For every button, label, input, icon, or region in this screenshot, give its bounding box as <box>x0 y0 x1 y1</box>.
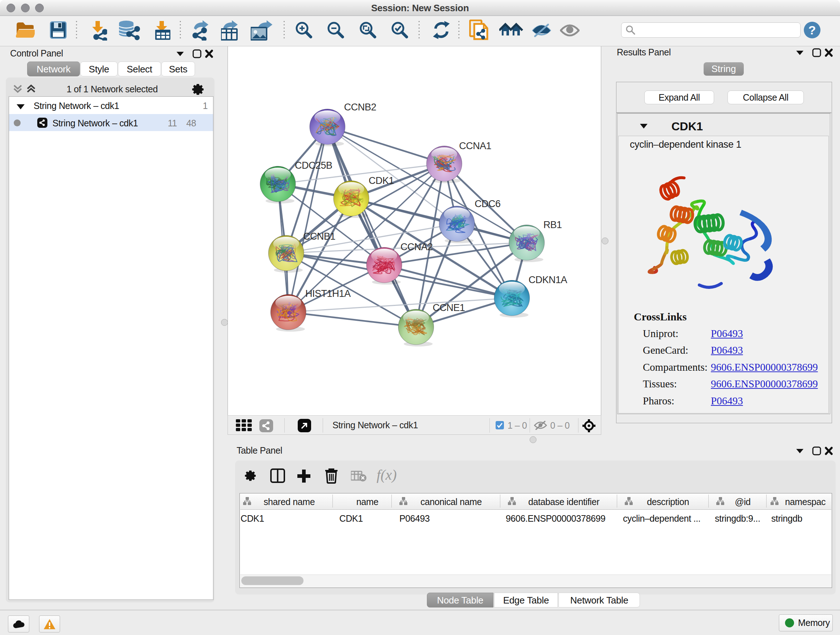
svg-text:CCNE1: CCNE1 <box>433 302 465 313</box>
svg-text:CCNA1: CCNA1 <box>459 141 491 151</box>
svg-text:RB1: RB1 <box>543 219 562 230</box>
svg-text:CCNB1: CCNB1 <box>303 231 335 242</box>
svg-text:CCNB2: CCNB2 <box>344 102 376 112</box>
svg-text:CDK1: CDK1 <box>369 175 394 186</box>
svg-text:CDKN1A: CDKN1A <box>529 274 567 285</box>
svg-text:CDC6: CDC6 <box>475 198 501 209</box>
svg-text:CCNA2: CCNA2 <box>401 241 433 252</box>
svg-text:HIST1H1A: HIST1H1A <box>305 288 351 299</box>
svg-text:CDC25B: CDC25B <box>295 160 332 171</box>
